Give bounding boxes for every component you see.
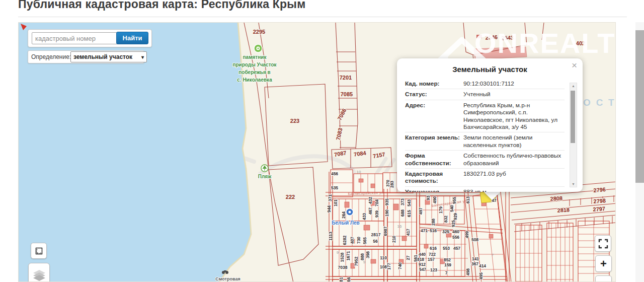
zoom-in-button[interactable]: + (595, 255, 612, 272)
svg-text:288: 288 (431, 219, 436, 226)
svg-text:398: 398 (365, 251, 370, 258)
svg-text:456: 456 (331, 171, 338, 176)
svg-text:565: 565 (362, 237, 367, 244)
svg-text:818: 818 (417, 257, 424, 262)
svg-text:56: 56 (373, 239, 378, 244)
svg-text:457: 457 (453, 246, 460, 251)
svg-text:1671: 1671 (346, 251, 351, 260)
layers-icon (33, 269, 46, 281)
svg-text:190: 190 (384, 209, 389, 217)
svg-text:222: 222 (286, 194, 295, 200)
popup-attribute-table: Кад. номер: 90:12:030101:7112 Статус: Уч… (405, 79, 565, 192)
svg-text:93: 93 (426, 195, 431, 200)
svg-text:543: 543 (407, 199, 412, 206)
close-icon[interactable]: × (572, 60, 577, 70)
svg-text:10: 10 (357, 170, 361, 174)
popup-title: Земельный участок (397, 65, 583, 74)
poi-nature-line2: природы Участок (232, 62, 277, 67)
poi-nature-line3: побережья в (238, 69, 270, 75)
svg-text:2797: 2797 (593, 205, 605, 213)
scroll-up-icon[interactable]: ▲ (570, 84, 577, 88)
svg-text:141: 141 (472, 256, 479, 261)
svg-text:508: 508 (471, 237, 478, 242)
chevron-down-icon: ▾ (141, 54, 144, 60)
svg-text:2798: 2798 (593, 197, 606, 204)
svg-text:7085: 7085 (341, 91, 353, 97)
object-type-select[interactable]: земельный участок ▾ (70, 51, 147, 62)
svg-text:373: 373 (400, 198, 405, 205)
svg-text:888: 888 (360, 253, 365, 260)
page-scroll-thumb[interactable] (635, 30, 644, 183)
svg-text:2295: 2295 (253, 29, 265, 35)
svg-text:16: 16 (397, 224, 402, 229)
parcel-info-popup: × Земельный участок Кад. номер: 90:12:03… (397, 58, 583, 192)
popup-scroll-thumb[interactable] (571, 91, 575, 143)
svg-text:939: 939 (374, 210, 379, 218)
svg-text:730: 730 (356, 237, 361, 244)
svg-text:432: 432 (368, 197, 373, 204)
svg-text:704: 704 (374, 199, 379, 206)
svg-text:495: 495 (478, 272, 484, 279)
svg-text:1528: 1528 (340, 252, 345, 262)
svg-text:177: 177 (386, 263, 391, 270)
table-row: Адрес: Республика Крым, м.р-н Симферопол… (405, 100, 565, 132)
svg-text:688: 688 (400, 209, 405, 217)
svg-text:159: 159 (444, 262, 451, 267)
zoom-out-button[interactable]: − (595, 275, 612, 282)
svg-text:616: 616 (430, 246, 437, 251)
poi-hotel-label: Белый Лев (332, 220, 359, 226)
svg-text:9: 9 (337, 250, 339, 255)
svg-text:123: 123 (430, 267, 437, 272)
poi-nature-line4: с. Николаевка (237, 77, 272, 83)
svg-text:540: 540 (449, 205, 454, 212)
fullscreen-button[interactable] (595, 235, 611, 252)
nature-monument-icon[interactable] (254, 44, 262, 52)
svg-text:402: 402 (576, 40, 585, 46)
svg-text:613: 613 (465, 196, 470, 203)
svg-text:440: 440 (419, 252, 426, 257)
svg-text:740: 740 (397, 262, 403, 269)
svg-text:417: 417 (406, 229, 411, 236)
svg-text:561: 561 (413, 255, 418, 262)
svg-text:7038: 7038 (338, 265, 348, 270)
svg-text:7201: 7201 (340, 75, 352, 81)
svg-text:6282: 6282 (342, 235, 347, 245)
svg-text:325: 325 (442, 229, 449, 234)
poi-viewpoint-label: Смотровая (215, 276, 240, 281)
svg-text:467: 467 (368, 207, 373, 215)
svg-text:955: 955 (452, 197, 457, 204)
measure-tool-button[interactable] (31, 243, 47, 259)
svg-text:2808: 2808 (550, 195, 562, 201)
hotel-icon[interactable] (346, 208, 353, 216)
svg-text:81: 81 (339, 277, 344, 282)
beach-icon[interactable] (261, 165, 268, 172)
svg-text:101: 101 (333, 199, 338, 206)
svg-text:615: 615 (407, 210, 412, 217)
poi-nature-line1: памятник (243, 54, 267, 60)
svg-text:223: 223 (290, 118, 299, 124)
layers-button[interactable] (28, 263, 50, 282)
svg-text:1113: 1113 (328, 232, 333, 241)
page-title: Публичная кадастровая карта: Республика … (18, 0, 305, 11)
svg-text:460: 460 (452, 229, 459, 234)
object-type-label: Определение: (31, 53, 71, 60)
popup-scrollbar[interactable]: ▲ ▼ (570, 83, 577, 187)
table-row: Форма собственности: Собственность публи… (405, 150, 565, 168)
svg-text:498: 498 (465, 268, 470, 275)
scroll-down-icon[interactable]: ▼ (570, 182, 577, 186)
map-canvas[interactable]: памятник природы Участок побережья в с. … (18, 22, 616, 282)
page-scrollbar[interactable] (635, 22, 644, 282)
svg-text:722: 722 (429, 252, 436, 257)
table-row: Категория земель: Земли поселений (земли… (405, 132, 565, 150)
search-input[interactable] (32, 32, 118, 44)
svg-text:2818: 2818 (557, 206, 570, 213)
svg-text:414: 414 (479, 263, 486, 268)
svg-text:925: 925 (451, 220, 456, 227)
svg-text:852: 852 (444, 257, 451, 262)
svg-text:433: 433 (362, 213, 367, 220)
fullscreen-icon (598, 238, 609, 249)
search-button[interactable]: Найти (116, 32, 148, 44)
svg-text:179: 179 (438, 206, 443, 214)
table-row: Уточненная площадь: 883 кв.м (405, 186, 565, 192)
poi-beach-label: Пляж (258, 174, 272, 179)
